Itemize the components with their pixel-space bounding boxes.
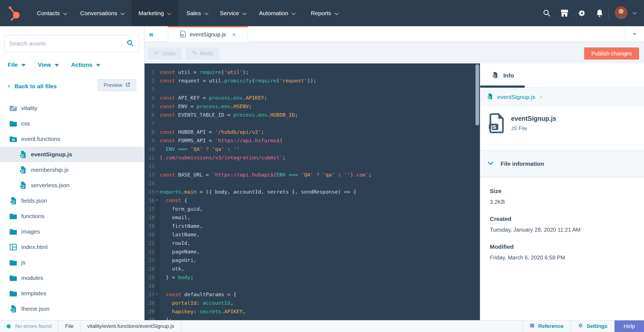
code-text: const request = util.promisify(require('…: [160, 78, 316, 84]
tree-item-membership-js[interactable]: JSmembership.js: [0, 162, 145, 178]
code-line-11[interactable]: 11}.com/submissions/v3/integration/submi…: [145, 153, 480, 162]
tree-item-images[interactable]: images: [0, 224, 145, 239]
code-line-27[interactable]: 27▼ const defaultParams = {: [145, 290, 480, 299]
search-input[interactable]: [5, 40, 127, 47]
code-line-12[interactable]: 12: [145, 162, 480, 170]
code-line-13[interactable]: 13const BASE_URL = `https://api.hubapi${…: [145, 170, 480, 179]
menu-actions[interactable]: Actions: [71, 61, 100, 68]
chevron-down-icon: [292, 10, 296, 17]
code-line-24[interactable]: 24 utk,: [145, 264, 480, 273]
tree-item-index-html[interactable]: index.html: [0, 239, 145, 255]
nav-item-sales[interactable]: Sales: [185, 0, 210, 26]
collapse-sidebar-icon[interactable]: «: [149, 26, 153, 42]
nav-item-reports[interactable]: Reports: [310, 0, 340, 26]
code-line-10[interactable]: 10 ENV === 'QA' ? 'qa' : '': [145, 145, 480, 153]
code-line-26[interactable]: 26: [145, 282, 480, 290]
editor-scrollbar[interactable]: [475, 64, 479, 125]
tree-item-serverless-json[interactable]: {;}serverless.json: [0, 178, 145, 193]
fold-caret-icon[interactable]: ▼: [154, 290, 160, 299]
code-text: pageName,: [160, 249, 200, 255]
line-number: 21: [145, 240, 154, 246]
tree-item-modules[interactable]: modules: [0, 270, 145, 286]
tab-eventsignup-js[interactable]: JS eventSignup.js ×: [168, 26, 248, 42]
preview-button[interactable]: Preview: [98, 79, 136, 91]
code-line-15[interactable]: 15▼exports.main = ({ body, accountId, se…: [145, 188, 480, 196]
code-line-22[interactable]: 22 pageName,: [145, 247, 480, 256]
reference-button[interactable]: Reference: [530, 323, 563, 330]
code-line-29[interactable]: 29 hapikey: secrets.APIKEY,: [145, 307, 480, 316]
redo-icon: ↷: [192, 50, 197, 57]
nav-item-contacts[interactable]: Contacts: [36, 0, 68, 26]
code-text: const util = require('util');: [160, 69, 249, 75]
chevron-down-icon: [242, 10, 247, 17]
status-ok-dot: [7, 324, 11, 328]
breadcrumb-file-link[interactable]: eventSignup.js: [497, 94, 535, 100]
settings-button[interactable]: Settings: [578, 323, 607, 330]
publish-changes-button[interactable]: Publish changes: [584, 47, 639, 60]
tree-item-eventSignup-js[interactable]: JSeventSignup.js: [0, 147, 145, 162]
code-line-2[interactable]: 2const request = util.promisify(require(…: [145, 76, 480, 85]
nav-item-marketing[interactable]: Marketing: [132, 0, 178, 26]
code-line-25[interactable]: 25 } = body;: [145, 273, 480, 282]
menu-file[interactable]: File: [8, 61, 26, 68]
code-line-28[interactable]: 28 portalId: accountId,: [145, 299, 480, 307]
tab-info[interactable]: JS Info: [493, 63, 514, 88]
marketplace-icon[interactable]: [555, 0, 573, 26]
code-line-17[interactable]: 17 form_guid,: [145, 205, 480, 213]
search-icon[interactable]: [538, 0, 555, 26]
file-json-icon: {;}: [9, 305, 17, 313]
fold-caret-icon[interactable]: ▼: [154, 196, 160, 205]
svg-text:JS: JS: [180, 34, 183, 37]
tree-item-css[interactable]: css: [0, 116, 145, 131]
code-editor[interactable]: 1const util = require('util');2const req…: [145, 63, 480, 320]
code-text: hapikey: secrets.APIKEY,: [160, 309, 246, 314]
search-icon[interactable]: [127, 39, 134, 48]
avatar[interactable]: [615, 6, 627, 20]
redo-button[interactable]: ↷ Redo: [186, 47, 219, 60]
code-line-30[interactable]: 30 };: [145, 316, 480, 320]
help-button[interactable]: Help: [614, 320, 644, 332]
nav-item-automation[interactable]: Automation: [258, 0, 297, 26]
code-line-19[interactable]: 19 firstName,: [145, 222, 480, 230]
code-line-14[interactable]: 14: [145, 179, 480, 188]
notifications-bell-icon[interactable]: [591, 0, 608, 26]
line-number: 4: [145, 95, 154, 101]
account-menu[interactable]: [615, 6, 644, 20]
tree-item-theme-json[interactable]: {;}theme.json: [0, 301, 145, 317]
account-caret-icon[interactable]: [632, 11, 637, 16]
tab-close-icon[interactable]: ×: [232, 31, 236, 38]
status-file-label: File: [65, 323, 74, 329]
nav-item-service[interactable]: Service: [219, 0, 248, 26]
tree-item-event-functions[interactable]: fxevent.functions: [0, 131, 145, 147]
code-line-6[interactable]: 6const EVENTS_TABLE_ID = process.env.HUB…: [145, 111, 480, 119]
tree-item-fields-json[interactable]: {;}fields.json: [0, 193, 145, 208]
code-line-7[interactable]: 7: [145, 119, 480, 128]
nav-menu: ContactsConversationsMarketingSalesServi…: [0, 0, 414, 26]
back-to-all-files-link[interactable]: ‹ Back to all files: [8, 82, 57, 90]
nav-item-conversations[interactable]: Conversations: [79, 0, 126, 26]
menu-view[interactable]: View: [38, 61, 59, 68]
tab-overflow-menu[interactable]: [625, 26, 644, 42]
code-line-5[interactable]: 5const ENV = process.env.HSENV;: [145, 102, 480, 111]
code-line-16[interactable]: 16▼ const {: [145, 196, 480, 205]
tree-item-templates[interactable]: templates: [0, 286, 145, 301]
code-line-1[interactable]: 1const util = require('util');: [145, 68, 480, 76]
code-line-8[interactable]: 8const HUBDB_API = '/hubdb/api/v2';: [145, 128, 480, 136]
settings-gear-icon[interactable]: [573, 0, 591, 26]
file-information-section-header[interactable]: File information: [480, 150, 644, 177]
tree-item-js[interactable]: js: [0, 255, 145, 270]
tree-item-vitality[interactable]: vitality: [0, 100, 145, 116]
code-line-18[interactable]: 18 email,: [145, 213, 480, 222]
code-line-20[interactable]: 20 lastName,: [145, 230, 480, 239]
fold-caret-icon[interactable]: ▼: [154, 188, 160, 196]
line-number: 14: [145, 180, 154, 186]
code-line-4[interactable]: 4const API_KEY = process.env.APIKEY;: [145, 93, 480, 102]
file-tree: vitalitycssfxevent.functionsJSeventSignu…: [0, 100, 145, 317]
tree-item-functions[interactable]: functions: [0, 208, 145, 224]
undo-button[interactable]: ↶ Undo: [148, 47, 181, 60]
code-line-21[interactable]: 21 rowId,: [145, 239, 480, 247]
svg-text:JS: JS: [20, 170, 23, 173]
code-line-23[interactable]: 23 pageUri,: [145, 256, 480, 264]
code-line-3[interactable]: 3: [145, 85, 480, 93]
code-line-9[interactable]: 9const FORMS_API = `https://api.hsforms$…: [145, 136, 480, 145]
